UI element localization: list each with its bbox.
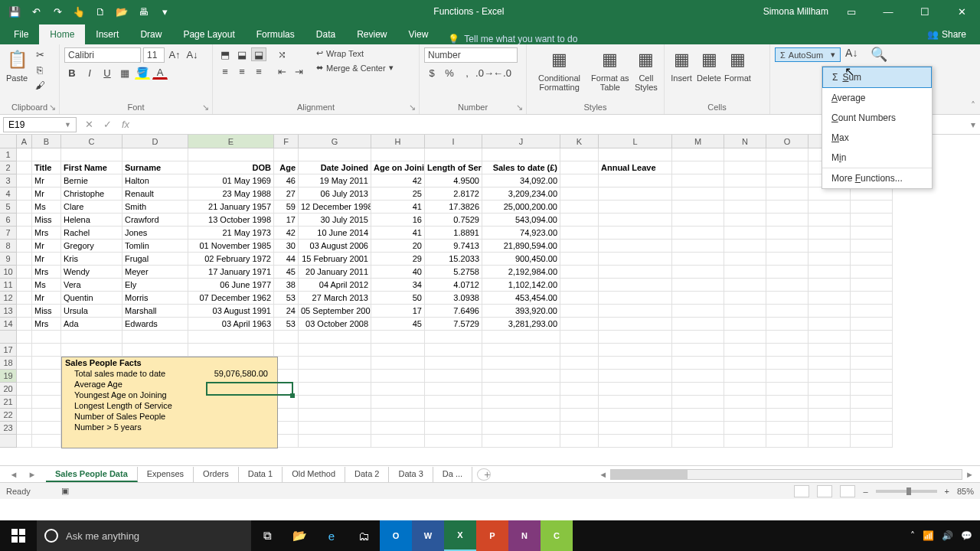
cell[interactable] [425, 383, 482, 396]
minimize-icon[interactable]: — [874, 0, 902, 23]
cell[interactable] [766, 240, 808, 253]
cell[interactable] [425, 357, 482, 370]
cell[interactable] [851, 409, 893, 422]
cell[interactable] [766, 266, 808, 279]
cell[interactable] [724, 279, 766, 292]
cell[interactable] [724, 240, 766, 253]
cell[interactable] [61, 331, 122, 344]
cell[interactable] [560, 383, 599, 396]
cell[interactable]: 17.3826 [425, 201, 482, 214]
cell[interactable] [766, 214, 808, 227]
cell[interactable] [851, 383, 893, 396]
cell[interactable] [672, 227, 724, 240]
row-header-9[interactable]: 9 [0, 253, 17, 266]
fill-handle[interactable] [290, 393, 295, 398]
cell[interactable] [425, 344, 482, 357]
cell[interactable]: 27 [274, 187, 299, 201]
cell[interactable] [851, 266, 893, 279]
cell[interactable]: 543,094.00 [482, 214, 560, 227]
cell[interactable] [672, 174, 724, 187]
expand-formula-bar-icon[interactable]: ▾ [966, 119, 980, 130]
cell[interactable] [672, 266, 724, 279]
cell[interactable] [724, 383, 766, 396]
cell[interactable] [808, 187, 851, 201]
cell[interactable] [425, 409, 482, 422]
cell[interactable] [808, 318, 851, 331]
cell[interactable] [299, 422, 371, 435]
cell[interactable]: 16 [371, 214, 425, 227]
select-all-corner[interactable] [0, 135, 17, 148]
cell[interactable] [672, 240, 724, 253]
cell[interactable]: Christophe [61, 187, 122, 201]
cell[interactable] [17, 383, 32, 396]
cell[interactable] [672, 344, 724, 357]
close-icon[interactable]: ✕ [948, 0, 975, 23]
increase-indent-icon[interactable]: ⇥ [291, 64, 306, 78]
cell[interactable] [482, 396, 560, 409]
collapse-ribbon-icon[interactable]: ˄ [971, 100, 975, 111]
share-button[interactable]: 👥 Share [916, 24, 977, 44]
percent-format-icon[interactable]: % [442, 66, 457, 80]
cell[interactable] [599, 383, 672, 396]
decrease-indent-icon[interactable]: ⇤ [274, 64, 289, 78]
cell[interactable] [724, 292, 766, 305]
cell[interactable] [599, 318, 672, 331]
zoom-percent[interactable]: 85% [957, 487, 974, 496]
row-header-17[interactable]: 17 [0, 344, 17, 357]
system-tray[interactable]: ˄ 📶 🔊 💬 [903, 530, 980, 541]
cell[interactable]: 20 [371, 240, 425, 253]
cell[interactable] [560, 292, 599, 305]
cell[interactable]: Mrs [32, 318, 61, 331]
cell[interactable]: 13 October 1998 [188, 214, 274, 227]
zoom-out-icon[interactable]: – [863, 487, 867, 496]
cell[interactable]: 53 [274, 318, 299, 331]
cell[interactable]: 59 [274, 201, 299, 214]
cell[interactable] [851, 187, 893, 201]
cell[interactable]: 1,102,142.00 [482, 279, 560, 292]
cell[interactable] [371, 396, 425, 409]
row-header-10[interactable]: 10 [0, 266, 17, 279]
row-header-7[interactable]: 7 [0, 227, 17, 240]
cell[interactable] [724, 148, 766, 161]
cell[interactable] [560, 201, 599, 214]
cell[interactable] [299, 396, 371, 409]
cell[interactable] [599, 148, 672, 161]
cell[interactable]: Jones [122, 227, 188, 240]
undo-icon[interactable]: ↶ [28, 3, 44, 20]
cell[interactable] [672, 331, 724, 344]
autosum-average[interactable]: Average [822, 88, 932, 108]
cell[interactable] [672, 201, 724, 214]
bold-button[interactable]: B [64, 66, 80, 80]
cell[interactable]: Mr [32, 174, 61, 187]
row-header-13[interactable]: 13 [0, 305, 17, 318]
cell[interactable] [122, 331, 188, 344]
cell[interactable]: Meyer [122, 266, 188, 279]
cell[interactable] [724, 422, 766, 435]
cell[interactable]: 42 [371, 174, 425, 187]
qat-customize-icon[interactable]: ▾ [156, 3, 173, 20]
cell[interactable] [724, 227, 766, 240]
cell[interactable] [32, 148, 61, 161]
sheet-tab[interactable]: Data 3 [389, 467, 433, 482]
cell[interactable]: Mrs [32, 266, 61, 279]
cell[interactable] [766, 292, 808, 305]
cell[interactable]: Frugal [122, 253, 188, 266]
file-explorer-icon[interactable]: 📂 [283, 520, 315, 551]
cell[interactable] [724, 253, 766, 266]
cell[interactable] [808, 227, 851, 240]
cell[interactable]: 12 December 1998 [299, 201, 371, 214]
cell[interactable] [560, 344, 599, 357]
cell[interactable]: Marshall [122, 305, 188, 318]
cell[interactable] [482, 435, 560, 448]
cell[interactable]: 24 [274, 305, 299, 318]
cell[interactable] [32, 331, 61, 344]
col-header-B[interactable]: B [32, 135, 61, 148]
cell[interactable] [851, 422, 893, 435]
row-header-4[interactable]: 4 [0, 187, 17, 201]
tab-review[interactable]: Review [346, 24, 397, 44]
cell[interactable] [122, 344, 188, 357]
decrease-decimal-icon[interactable]: ←.0 [495, 66, 510, 80]
cell[interactable] [17, 148, 32, 161]
row-header-11[interactable]: 11 [0, 279, 17, 292]
cell[interactable]: 01 November 1985 [188, 240, 274, 253]
